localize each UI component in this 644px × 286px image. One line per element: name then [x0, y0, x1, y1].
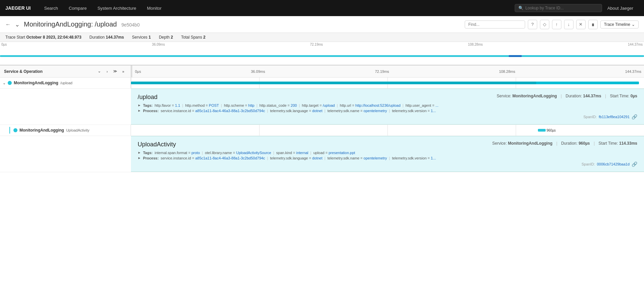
nav-brand: JAEGER UI	[5, 5, 31, 11]
span-2-st-val: 114.33ms	[619, 141, 637, 146]
overview-ticks: 0µs 36.09ms 72.19ms 108.28ms 144.37ms	[0, 42, 644, 47]
span-2-process-row: ► Process: service.instance.id = a85c1a1…	[138, 156, 637, 160]
span-id-label-2: SpanID:	[582, 162, 595, 166]
about-jaeger-btn[interactable]: About Jaeger	[602, 6, 639, 11]
process-expand-icon-1[interactable]: ►	[138, 109, 141, 112]
tags-label-2: Tags:	[143, 151, 153, 155]
span-1-service: MonitoringAndLogging	[14, 81, 58, 85]
help-button[interactable]: ?	[528, 20, 537, 29]
tags-label-1: Tags:	[143, 103, 153, 107]
prev-button[interactable]: ↑	[552, 20, 561, 29]
tick-2: 72.19ms	[310, 43, 323, 46]
span-2-detail: UploadActivity Service: MonitoringAndLog…	[131, 136, 644, 172]
span-1-timeline	[131, 78, 644, 88]
trace-meta: Trace Start October 8 2023, 22:04:48.973…	[0, 33, 644, 42]
top-nav: JAEGER UI Search Compare System Architec…	[0, 0, 644, 16]
next-button[interactable]: ↓	[564, 20, 573, 29]
span-1-st-val: 0µs	[631, 94, 637, 98]
tick-3: 108.28ms	[468, 43, 483, 46]
tags-expand-icon-1[interactable]: ►	[138, 103, 141, 107]
span-id-value-1: fb113ef8ea104291	[599, 115, 630, 119]
span2-tick-1	[259, 125, 260, 136]
span-2-bar	[538, 129, 546, 132]
span-2-service: MonitoringAndLogging	[19, 128, 64, 133]
tick-0: 0µs	[1, 43, 7, 46]
timeline-overview[interactable]: 0µs 36.09ms 72.19ms 108.28ms 144.37ms	[0, 42, 644, 65]
close-button[interactable]: ✕	[576, 20, 586, 29]
trace-id-search[interactable]: 🔍	[515, 4, 602, 12]
trace-title: MonitoringAndLogging: /upload 9e504b0	[24, 20, 140, 28]
tl-label-3: 108.28ms	[499, 69, 515, 74]
bookmark-button[interactable]: ◇	[540, 20, 549, 29]
span-1-row[interactable]: ⌄ MonitoringAndLogging /upload	[0, 78, 644, 89]
span-1-dur-label: Duration:	[565, 94, 582, 98]
span-1-svc-label: Service:	[497, 94, 511, 98]
span-1-detail-title: /upload	[138, 94, 157, 101]
tick-4: 144.37ms	[628, 43, 643, 46]
nav-monitor[interactable]: Monitor	[142, 0, 167, 16]
span-1-detail-meta: Service: MonitoringAndLogging | Duration…	[497, 94, 637, 98]
span-2-detail-title: UploadActivity	[138, 141, 176, 148]
expand-right-icon[interactable]: ›	[104, 68, 110, 75]
chevron-down-icon: ⌄	[632, 22, 635, 27]
duration-meta: Duration 144.37ms	[89, 35, 124, 40]
collapse-button[interactable]: ⌄	[15, 21, 20, 28]
overview-upload-span	[509, 55, 521, 57]
tl-label-1: 36.09ms	[251, 69, 265, 74]
span-2-label[interactable]: MonitoringAndLogging UploadActivity	[0, 125, 131, 136]
svc-op-col-header: Service & Operation ⌄ › ≫ »	[0, 65, 131, 77]
tl-label-0: 0µs	[135, 69, 141, 74]
span-2-dur-label: Duration:	[561, 141, 578, 146]
nav-system-architecture[interactable]: System Architecture	[92, 0, 142, 16]
span-2-wrapper: MonitoringAndLogging UploadActivity 960µ…	[0, 125, 644, 172]
grid-button[interactable]: ∎	[588, 20, 598, 29]
nav-compare[interactable]: Compare	[63, 0, 92, 16]
span-2-st-label: Start Time:	[599, 141, 618, 146]
process-expand-icon-2[interactable]: ►	[138, 156, 141, 160]
span-2-timeline: 960µs	[131, 125, 644, 136]
span-2-duration-label: 960µs	[547, 129, 556, 132]
toggle-icon-1[interactable]: ⌄	[3, 81, 6, 85]
total-spans-meta: Total Spans 2	[181, 35, 205, 40]
span-id-link-icon-1[interactable]: 🔗	[632, 114, 637, 120]
span-2-span-id-row: SpanID: 0006cb71429baa1d 🔗	[138, 161, 637, 167]
span2-tick-3	[516, 125, 516, 136]
search-icon: 🔍	[518, 6, 523, 10]
service-op-label: Service & Operation	[4, 69, 43, 74]
overview-bar	[0, 49, 644, 63]
trace-header: ← ⌄ MonitoringAndLogging: /upload 9e504b…	[0, 16, 644, 33]
span-2-dot	[13, 128, 17, 132]
span-1-wrapper: ⌄ MonitoringAndLogging /upload /up	[0, 78, 644, 125]
span-1-op: /upload	[60, 81, 73, 85]
span-id-label-1: SpanID:	[583, 115, 597, 119]
span-1-process-row: ► Process: service.instance.id = a85c1a1…	[138, 109, 637, 113]
trace-id-input[interactable]	[525, 6, 598, 10]
svc-col-icons: ⌄ › ≫ »	[96, 68, 127, 75]
process-label-2: Process:	[143, 156, 158, 160]
span-1-label[interactable]: ⌄ MonitoringAndLogging /upload	[0, 78, 131, 88]
find-input[interactable]	[465, 20, 525, 29]
span-2-detail-meta: Service: MonitoringAndLogging | Duration…	[492, 141, 637, 146]
tags-expand-icon-2[interactable]: ►	[138, 151, 141, 154]
timeline-col-header: 0µs 36.09ms 72.19ms 108.28ms 144.37ms	[132, 69, 644, 74]
span-1-span-id-row: SpanID: fb113ef8ea104291 🔗	[138, 114, 637, 120]
span-id-link-icon-2[interactable]: 🔗	[632, 161, 637, 167]
span-2-dur-val: 960µs	[579, 141, 590, 146]
span-2-row[interactable]: MonitoringAndLogging UploadActivity 960µ…	[0, 125, 644, 136]
trace-id: 9e504b0	[121, 22, 140, 28]
trace-start-label: Trace Start October 8 2023, 22:04:48.973	[5, 35, 81, 40]
span-2-svc-label: Service:	[492, 141, 507, 146]
process-label-1: Process:	[143, 109, 158, 113]
back-button[interactable]: ←	[5, 21, 11, 28]
trace-name: MonitoringAndLogging: /upload	[24, 20, 117, 28]
span-1-svc-val: MonitoringAndLogging	[512, 94, 557, 98]
expand-down-icon[interactable]: ⌄	[96, 68, 102, 75]
trace-timeline-button[interactable]: Trace Timeline ⌄	[600, 20, 639, 29]
tl-label-4: 144.37ms	[625, 69, 641, 74]
span-2-tree-line	[9, 127, 10, 134]
collapse-all-icon[interactable]: »	[120, 68, 127, 75]
nav-search[interactable]: Search	[39, 0, 63, 16]
expand-all-icon[interactable]: ≫	[112, 68, 119, 75]
trace-header-controls: ? ◇ ↑ ↓ ✕ ∎ Trace Timeline ⌄	[465, 20, 639, 29]
span2-tick-2	[387, 125, 388, 136]
